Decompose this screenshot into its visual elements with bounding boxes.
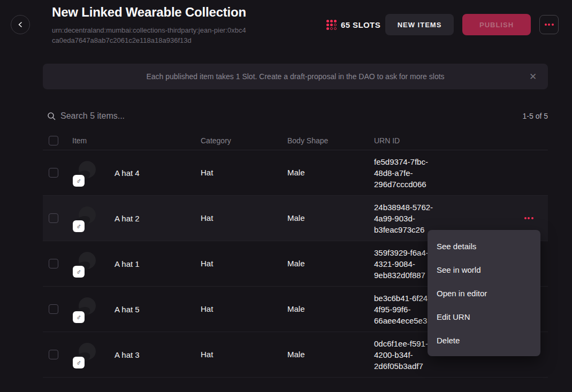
row-checkbox[interactable] xyxy=(49,213,58,223)
male-body-shape-badge: ♂ xyxy=(73,266,85,278)
menu-item-see-details[interactable]: See details xyxy=(428,234,540,258)
slots-count-label: 65 SLOTS xyxy=(341,20,380,29)
item-category: Hat xyxy=(201,213,213,222)
column-item: Item xyxy=(72,136,87,145)
male-icon: ♂ xyxy=(76,222,81,230)
column-category: Category xyxy=(201,136,231,145)
male-body-shape-badge: ♂ xyxy=(73,220,85,232)
row-checkbox[interactable] xyxy=(49,350,58,359)
item-name: A hat 1 xyxy=(115,259,140,268)
row-checkbox[interactable] xyxy=(49,259,58,268)
page-title: New Linked Wearable Collection xyxy=(52,5,246,20)
male-icon: ♂ xyxy=(76,313,81,321)
header-actions: 65 SLOTS NEW ITEMS PUBLISH xyxy=(326,14,559,35)
row-checkbox[interactable] xyxy=(49,304,58,314)
male-body-shape-badge: ♂ xyxy=(73,357,85,368)
item-name: A hat 4 xyxy=(115,168,140,178)
slots-info-banner: Each published item takes 1 Slot. Create… xyxy=(43,64,548,89)
item-thumbnail: ♂ xyxy=(66,201,102,236)
row-context-menu: See details See in world Open in editor … xyxy=(428,230,540,356)
table-row[interactable]: ♂ A hat 4 Hat Male fe5d9374-7fbc- 48d8-a… xyxy=(43,150,548,196)
menu-item-open-in-editor[interactable]: Open in editor xyxy=(428,281,540,305)
male-body-shape-badge: ♂ xyxy=(73,175,85,187)
menu-item-edit-urn[interactable]: Edit URN xyxy=(428,305,540,328)
item-urn-id: 359f3929-f6a4- 4321-9084- 9eb832d0f887 xyxy=(374,248,429,280)
item-name: A hat 5 xyxy=(115,305,140,314)
item-category: Hat xyxy=(201,259,213,268)
search-icon xyxy=(47,112,56,120)
slots-indicator: 65 SLOTS xyxy=(326,20,380,30)
item-category: Hat xyxy=(201,304,213,313)
item-body-shape: Male xyxy=(287,259,305,268)
item-body-shape: Male xyxy=(287,168,305,177)
collection-urn: urn:decentraland:mumbai:collections-thir… xyxy=(52,25,249,45)
collection-more-button[interactable] xyxy=(539,15,559,34)
select-all-checkbox[interactable] xyxy=(49,136,58,145)
pagination-range: 1-5 of 5 xyxy=(523,112,548,120)
table-header-row: Item Category Body Shape URN ID xyxy=(43,131,548,150)
item-name: A hat 3 xyxy=(115,350,140,359)
male-icon: ♂ xyxy=(76,359,81,367)
item-category: Hat xyxy=(201,350,213,359)
item-thumbnail: ♂ xyxy=(66,337,102,372)
item-thumbnail: ♂ xyxy=(66,291,102,327)
chevron-left-icon xyxy=(17,21,24,28)
ellipsis-icon xyxy=(545,24,547,26)
publish-button[interactable]: PUBLISH xyxy=(462,14,531,35)
ellipsis-icon xyxy=(524,217,527,219)
item-urn-id: be3c6b41-6f24- 4f95-99f6- 66aee4ece5e3 xyxy=(374,294,430,325)
slots-grid-icon xyxy=(326,20,337,30)
item-name: A hat 2 xyxy=(115,214,140,223)
new-items-button[interactable]: NEW ITEMS xyxy=(385,14,454,35)
menu-item-see-in-world[interactable]: See in world xyxy=(428,258,540,281)
item-urn-id: fe5d9374-7fbc- 48d8-a7fe- 296d7cccd066 xyxy=(374,157,428,189)
search-input[interactable] xyxy=(60,111,523,121)
banner-close-button[interactable]: ✕ xyxy=(527,70,539,83)
male-body-shape-badge: ♂ xyxy=(73,311,85,323)
menu-item-delete[interactable]: Delete xyxy=(428,328,540,352)
item-category: Hat xyxy=(201,168,213,177)
column-urn-id: URN ID xyxy=(374,136,400,145)
item-thumbnail: ♂ xyxy=(66,155,102,190)
item-body-shape: Male xyxy=(287,304,305,313)
item-thumbnail: ♂ xyxy=(66,246,102,281)
row-more-button[interactable] xyxy=(521,214,537,222)
male-icon: ♂ xyxy=(76,177,81,185)
search-bar: 1-5 of 5 xyxy=(43,108,548,124)
back-button[interactable] xyxy=(11,15,30,34)
item-body-shape: Male xyxy=(287,350,305,359)
row-checkbox[interactable] xyxy=(49,168,58,178)
close-icon: ✕ xyxy=(529,72,537,82)
column-body-shape: Body Shape xyxy=(287,136,328,145)
banner-message: Each published item takes 1 Slot. Create… xyxy=(146,72,444,81)
male-icon: ♂ xyxy=(76,268,81,276)
item-urn-id: 24b38948-5762- 4a99-903d- b3feac973c26 xyxy=(374,203,433,234)
item-body-shape: Male xyxy=(287,213,305,222)
item-urn-id: 0dc6f1ee-f591- 4200-b34f- 2d6f05b3adf7 xyxy=(374,339,428,371)
